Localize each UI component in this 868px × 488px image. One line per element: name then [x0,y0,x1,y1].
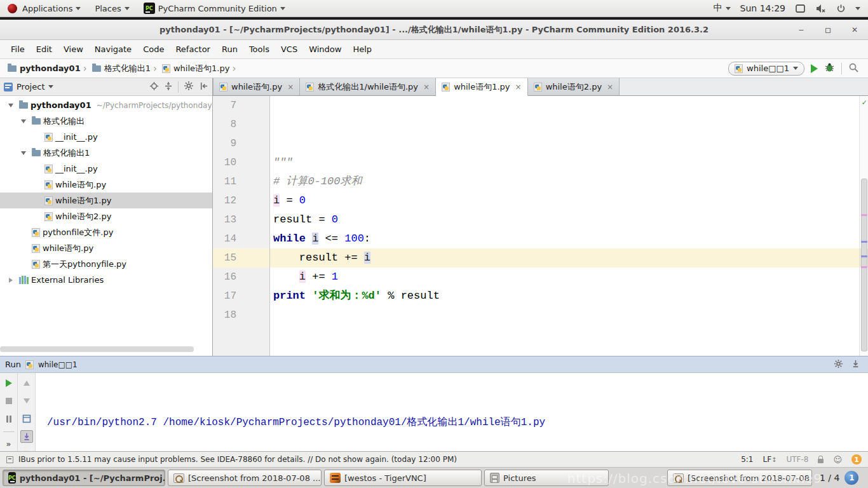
tree-item-file[interactable]: while语句.py [0,240,212,256]
tree-item-external-libraries[interactable]: External Libraries [0,272,212,288]
tree-item-file[interactable]: pythonfile文件.py [0,224,212,240]
hide-panel-icon[interactable] [851,359,860,370]
breadcrumb-package[interactable]: 格式化输出1 [92,63,151,74]
hide-panel-icon[interactable] [199,81,208,93]
expanded-arrow-icon[interactable] [18,151,29,155]
run-configuration-select[interactable]: while□□1 [728,62,804,76]
taskbar-button-screenshot-2[interactable]: [Screenshot from 2018-07-08 ... [667,470,812,486]
search-everywhere-icon[interactable] [848,62,859,75]
usage-marker[interactable] [861,214,867,216]
menu-refactor[interactable]: Refactor [170,40,216,58]
menu-edit[interactable]: Edit [31,40,58,58]
tree-item-package[interactable]: 格式化输出 [0,113,212,129]
inspection-ok-icon[interactable] [860,98,868,107]
lock-icon[interactable] [818,459,824,463]
places-menu[interactable]: Places [95,4,129,13]
tab-while语句py[interactable]: while语句.py [213,78,300,95]
tree-item-project-root[interactable]: pythonday01 ~/PycharmProjects/pythonday [0,97,212,113]
code-line: # 计算0-100求和 [270,172,859,191]
settings-gear-icon[interactable] [834,359,843,370]
run-console[interactable]: /usr/bin/python2.7 /home/kiosk/PycharmPr… [36,373,868,451]
rerun-button[interactable] [3,377,15,390]
collapsed-arrow-icon[interactable] [5,278,17,283]
tab-格式化输出1-while语句py[interactable]: 格式化输出1/while语句.py [300,78,436,95]
editor-tabs: while语句.py 格式化输出1/while语句.py while语句1.py… [213,78,868,96]
power-icon[interactable] [836,4,846,13]
line-separator-indicator[interactable]: LF↕ [763,455,776,464]
workspace-pager[interactable]: 1 / 4 [820,473,839,483]
code-pane[interactable]: """ # 计算0-100求和 i = 0 result = 0 while i… [270,96,859,356]
screen-brightness-icon[interactable] [795,4,806,13]
tree-item-file[interactable]: 第一天pythonyfile.py [0,256,212,272]
applications-menu[interactable]: Applications [22,4,81,13]
breadcrumb-file[interactable]: while语句1.py [162,63,229,74]
usage-marker[interactable] [861,266,867,268]
tree-item-file[interactable]: while语句2.py [0,208,212,224]
caret-position[interactable]: 5:1 [741,455,753,464]
menu-help[interactable]: Help [347,40,377,58]
window-titlebar[interactable]: pythonday01 - [~/PycharmProjects/pythond… [0,20,868,40]
up-stack-trace-button[interactable] [20,377,33,390]
close-button[interactable] [850,25,859,34]
menu-window[interactable]: Window [303,40,347,58]
pause-output-button[interactable] [3,412,15,425]
collapse-all-icon[interactable] [164,81,173,93]
menu-code[interactable]: Code [137,40,170,58]
volume-muted-icon[interactable] [815,4,827,13]
encoding-indicator[interactable]: UTF-8 [786,455,808,464]
settings-gear-icon[interactable] [184,81,194,93]
close-tab-icon[interactable] [515,83,522,92]
tree-item-file[interactable]: __init__.py [0,129,212,145]
tree-item-file-selected[interactable]: while语句1.py [0,193,212,208]
menu-tools[interactable]: Tools [243,40,275,58]
scrollbar-thumb[interactable] [861,179,867,351]
tree-item-package[interactable]: 格式化输出1 [0,145,212,161]
debug-button[interactable] [824,62,835,74]
locate-file-icon[interactable] [149,81,159,93]
status-message[interactable]: IBus prior to 1.5.11 may cause input pro… [18,455,457,464]
close-tab-icon[interactable] [423,83,430,92]
scroll-to-end-button[interactable] [20,430,33,443]
code-editor[interactable]: 7 8 9 10 11 12 13 14 15 16 17 18 [213,96,868,356]
more-actions-icon[interactable] [6,440,11,449]
usage-marker[interactable] [861,241,867,243]
clock[interactable]: Sun 14:29 [740,3,785,13]
down-stack-trace-button[interactable] [20,395,33,407]
breadcrumb-project[interactable]: pythonday01 [8,64,81,73]
menu-file[interactable]: File [5,40,31,58]
menu-run[interactable]: Run [216,40,243,58]
chevron-down-icon[interactable] [855,7,860,10]
stop-button[interactable] [3,395,15,407]
close-tab-icon[interactable] [287,83,294,92]
taskbar-button-pycharm[interactable]: pythonday01 - [~/PycharmProj... [3,470,165,486]
usage-marker[interactable] [861,255,867,257]
restore-layout-button[interactable] [20,412,33,425]
close-tab-icon[interactable] [607,83,613,92]
run-button[interactable] [811,64,818,73]
minimize-button[interactable] [797,25,806,34]
notification-badge[interactable]: 1 [851,454,862,464]
taskbar-button-tigervnc[interactable]: [westos - TigerVNC] [324,470,482,486]
tab-while语句2py[interactable]: while语句2.py [528,78,620,95]
editor-scrollbar[interactable] [859,96,868,356]
menu-navigate[interactable]: Navigate [89,40,137,58]
run-tab-label[interactable]: while□□1 [38,360,78,369]
inspection-profile-icon[interactable] [833,455,842,464]
project-panel-title[interactable]: Project [17,82,44,92]
taskbar-button-screenshot-1[interactable]: [Screenshot from 2018-07-08 ... [168,470,322,486]
taskbar-button-pictures[interactable]: Pictures [484,470,609,486]
menu-view[interactable]: View [58,40,89,58]
maximize-button[interactable] [824,24,832,36]
workspace-badge[interactable]: 1 [844,471,858,485]
input-method-indicator[interactable]: 中 [714,3,731,14]
expanded-arrow-icon[interactable] [5,104,17,107]
toolwindow-switcher-icon[interactable] [6,456,13,463]
expanded-arrow-icon[interactable] [18,119,29,123]
tab-while语句1py-active[interactable]: while语句1.py [436,78,528,96]
horizontal-scrollbar[interactable] [0,346,194,352]
menu-vcs[interactable]: VCS [275,40,303,58]
app-window-menu[interactable]: PyCharm Community Edition [144,3,285,14]
tree-item-file[interactable]: while语句.py [0,177,212,193]
chevron-down-icon[interactable] [48,85,53,88]
tree-item-file[interactable]: __init__.py [0,161,212,177]
